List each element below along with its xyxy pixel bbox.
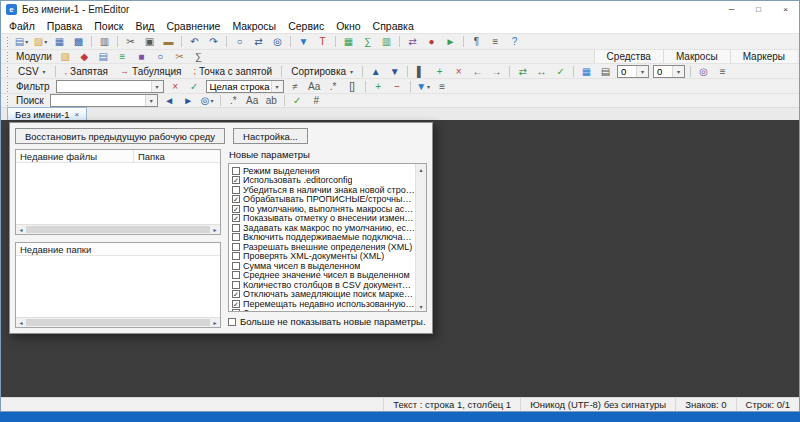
scroll-right-icon[interactable]: ▸ — [210, 225, 220, 235]
option-row[interactable]: Среднее значение чисел в выделенном — [232, 271, 415, 281]
validate-csv-icon[interactable]: ✓ — [552, 65, 569, 78]
help-icon[interactable]: ? — [506, 35, 523, 48]
dropdown-arrow-icon[interactable]: ▾ — [145, 95, 157, 106]
toolbar-grip[interactable] — [6, 81, 9, 92]
sort-ascending-icon[interactable]: ▲ — [367, 65, 384, 78]
menu-macros[interactable]: Макросы — [226, 20, 282, 32]
select-column-icon[interactable]: ▌ — [412, 65, 429, 78]
explorer-plugin-icon[interactable]: ▨ — [57, 50, 74, 63]
dont-show-checkbox-row[interactable]: Больше не показывать новые параметры. — [228, 315, 427, 328]
html-bar-plugin-icon[interactable]: ◆ — [76, 50, 93, 63]
print-icon[interactable]: ▥ — [96, 35, 113, 48]
snippets-plugin-icon[interactable]: ✂ — [171, 50, 188, 63]
scroll-down-icon[interactable]: ▾ — [416, 301, 426, 311]
freeze-columns-icon[interactable]: ▦ — [578, 65, 595, 78]
menu-window[interactable]: Окно — [330, 20, 366, 32]
toolbar-right-button-0[interactable]: Средства — [594, 50, 663, 63]
copy-icon[interactable]: ▣ — [141, 35, 158, 48]
delete-column-icon[interactable]: × — [450, 65, 467, 78]
filter-apply-icon[interactable]: ✓ — [186, 80, 203, 93]
heading-rows-icon[interactable]: ▤ — [597, 65, 614, 78]
filter-input[interactable]: ▾ — [56, 80, 164, 93]
checkbox-icon[interactable] — [228, 318, 236, 326]
search-plugin-icon[interactable]: ○ — [152, 50, 169, 63]
option-row[interactable]: Задавать как макрос по умолчанию, если о… — [232, 223, 415, 233]
record-macro-icon[interactable]: ● — [423, 35, 440, 48]
recent-folders-column-header[interactable]: Недавние папки — [16, 243, 220, 255]
checkbox-icon[interactable] — [232, 252, 240, 260]
filter-options-icon[interactable]: ≡ — [434, 80, 451, 93]
find-previous-icon[interactable]: ◄ — [161, 94, 178, 107]
menu-compare[interactable]: Сравнение — [160, 20, 226, 32]
insert-column-icon[interactable]: + — [431, 65, 448, 78]
filter-match-case-icon[interactable]: Aa — [306, 80, 323, 93]
recent-files-column-header[interactable]: Недавние файлы — [16, 150, 134, 162]
checkbox-icon[interactable]: ✓ — [232, 300, 240, 308]
option-row[interactable]: ✓Связывать новые горизонтальные/вертикал… — [232, 309, 415, 312]
windows-taskbar[interactable] — [0, 412, 800, 422]
save-all-icon[interactable]: ▩ — [70, 35, 87, 48]
checkbox-icon[interactable]: ✓ — [232, 309, 240, 311]
toolbar-grip[interactable] — [6, 66, 9, 77]
menu-search[interactable]: Поиск — [88, 20, 129, 32]
toolbar-grip[interactable] — [6, 51, 9, 62]
convert-separator-icon[interactable]: ⇄ — [514, 65, 531, 78]
option-row[interactable]: ✓Показывать отметку о внесении изменений… — [232, 214, 415, 224]
toolbar-right-button-1[interactable]: Макросы — [663, 50, 730, 63]
scroll-right-icon[interactable]: ▸ — [210, 318, 220, 328]
search-match-case-icon[interactable]: Aa — [244, 94, 261, 107]
settings-icon[interactable]: ≡ — [487, 35, 504, 48]
toolbar-right-button-2[interactable]: Маркеры — [730, 50, 797, 63]
word-count-plugin-icon[interactable]: ∑ — [190, 50, 207, 63]
open-documents-plugin-icon[interactable]: ▤ — [95, 50, 112, 63]
option-row[interactable]: ✓Отключать замедляющие поиск маркеры на … — [232, 290, 415, 300]
menu-edit[interactable]: Правка — [41, 20, 88, 32]
negative-filter-icon[interactable]: ≠ — [287, 80, 304, 93]
table-icon[interactable]: ▥ — [378, 35, 395, 48]
add-filter-icon[interactable]: + — [370, 80, 387, 93]
option-row[interactable]: Убедиться в наличии знака новой строки в… — [232, 185, 415, 195]
toolbar-grip[interactable] — [6, 36, 9, 47]
minimize-button[interactable]: ─ — [718, 1, 745, 18]
checkbox-icon[interactable]: ✓ — [232, 176, 240, 184]
csv-mode-icon[interactable]: ▦ — [340, 35, 357, 48]
dropdown-arrow-icon[interactable]: ▾ — [151, 81, 163, 92]
csv-separator-semicolon-button[interactable]: ;Точка с запятой — [188, 65, 277, 78]
save-icon[interactable]: ▦ — [51, 35, 68, 48]
checkbox-icon[interactable] — [232, 224, 240, 232]
scrollbar-track[interactable] — [26, 225, 210, 234]
dropdown-arrow-icon[interactable]: ▾ — [271, 81, 283, 92]
checkbox-icon[interactable] — [232, 167, 240, 175]
filter-match-select[interactable]: Целая строка ▾ — [206, 80, 284, 93]
recent-files-body[interactable] — [16, 163, 220, 224]
scrollbar-track[interactable] — [26, 318, 210, 327]
checkbox-icon[interactable] — [232, 281, 240, 289]
filter-clear-icon[interactable]: × — [167, 80, 184, 93]
recent-folders-hscrollbar[interactable]: ◂ ▸ — [16, 317, 220, 327]
recent-folders-list[interactable]: Недавние папки ◂ ▸ — [15, 242, 221, 328]
csv-mode-button[interactable]: CSV ▾ — [13, 65, 51, 78]
search-regex-icon[interactable]: .* — [225, 94, 242, 107]
scrollbar-thumb[interactable] — [26, 319, 210, 326]
checkbox-icon[interactable]: ✓ — [232, 214, 240, 222]
move-column-right-icon[interactable]: → — [488, 65, 505, 78]
options-vscrollbar[interactable]: ▴ ▾ — [415, 164, 426, 311]
filter-icon[interactable]: ▼ — [295, 35, 312, 48]
toolbar-grip[interactable] — [6, 95, 9, 106]
checkbox-icon[interactable] — [232, 243, 240, 251]
recent-folders-body[interactable] — [16, 256, 220, 317]
tab-untitled[interactable]: Без имени-1 × — [7, 107, 87, 120]
close-button[interactable]: × — [772, 1, 799, 18]
heading-rows-spinner-1[interactable]: 0▾ — [653, 65, 685, 78]
undo-icon[interactable]: ↶ — [186, 35, 203, 48]
menu-file[interactable]: Файл — [3, 20, 41, 32]
paste-icon[interactable]: ▬ — [160, 35, 177, 48]
word-wrap-icon[interactable]: ¶ — [468, 35, 485, 48]
sort-descending-icon[interactable]: ▼ — [386, 65, 403, 78]
recent-files-list[interactable]: Недавние файлы Папка ◂ ▸ — [15, 149, 221, 235]
checkbox-icon[interactable]: ✓ — [232, 195, 240, 203]
option-row[interactable]: ✓Использовать .editorconfig — [232, 176, 415, 186]
advanced-filter-icon[interactable]: ▼▾ — [415, 80, 432, 93]
option-row[interactable]: Проверять XML-документы (XML) — [232, 252, 415, 262]
auto-detect-csv-icon[interactable]: ◎ — [695, 65, 712, 78]
